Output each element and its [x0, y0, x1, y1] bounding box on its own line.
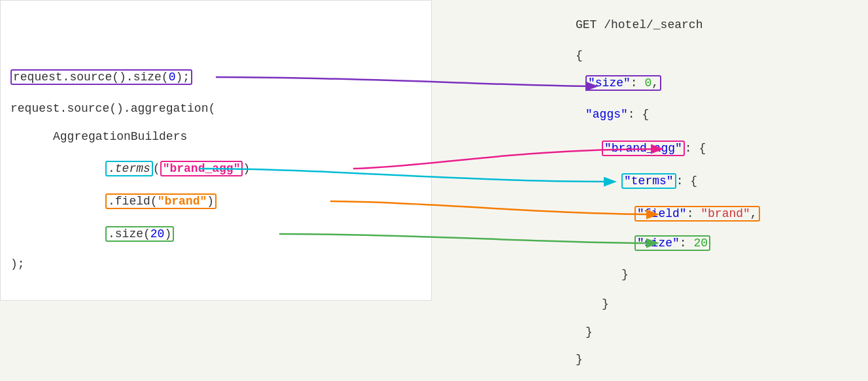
- json-close-4: }: [576, 353, 583, 366]
- json-terms-line: "terms" : {: [621, 173, 697, 189]
- right-code-panel: GET /hotel/_search { "size": 0, "aggs": …: [432, 0, 868, 381]
- code-text: .terms: [108, 162, 150, 175]
- code-text: AggregationBuilders: [53, 130, 187, 143]
- code-line-5: .field("brand"): [105, 193, 217, 209]
- json-close-1: }: [621, 268, 629, 281]
- code-text: );: [10, 257, 25, 271]
- highlight-json-size: "size": 0,: [585, 75, 661, 91]
- json-open-brace: {: [576, 49, 583, 62]
- code-line-4: .terms ("brand_agg"): [105, 161, 250, 176]
- highlight-terms: .terms: [105, 161, 153, 176]
- api-title: GET /hotel/_search: [576, 18, 703, 31]
- json-size-line: "size": 0,: [585, 75, 661, 91]
- highlight-json-field: "field": "brand",: [634, 206, 760, 222]
- code-text: request.source().aggregation(: [10, 102, 215, 115]
- json-aggs-line: "aggs": {: [585, 108, 649, 121]
- json-close-2: }: [602, 297, 609, 310]
- title-text: GET /hotel/_search: [576, 18, 703, 31]
- code-text: .size(20): [108, 227, 171, 240]
- code-line-2: request.source().aggregation(: [10, 102, 215, 115]
- highlight-json-size-20: "size": 20: [634, 235, 710, 251]
- code-line-3: AggregationBuilders: [53, 130, 187, 143]
- highlight-json-terms: "terms": [621, 173, 676, 189]
- code-line-7: );: [10, 257, 25, 271]
- code-line-6: .size(20): [105, 226, 174, 242]
- highlight-field: .field("brand"): [105, 193, 217, 209]
- code-text: "brand_agg": [163, 162, 241, 175]
- highlight-size-20: .size(20): [105, 226, 174, 242]
- left-code-panel: request.source().size(0); request.source…: [0, 0, 432, 301]
- code-text: request.source().size(0);: [13, 71, 190, 84]
- highlight-size-call: request.source().size(0);: [10, 69, 192, 85]
- code-text: .field("brand"): [108, 195, 214, 208]
- code-line-1: request.source().size(0);: [10, 69, 192, 85]
- json-brand-agg-line: "brand_agg" : {: [602, 141, 706, 156]
- json-field-line: "field": "brand",: [634, 206, 760, 222]
- json-close-3: }: [585, 325, 593, 339]
- highlight-json-brand-agg: "brand_agg": [602, 141, 685, 156]
- highlight-brand-agg-arg: "brand_agg": [160, 161, 243, 176]
- json-size-20-line: "size": 20: [634, 235, 710, 251]
